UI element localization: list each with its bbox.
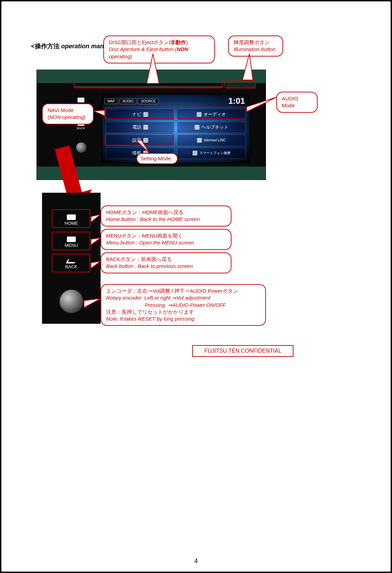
page-number: 4 <box>1 557 391 565</box>
clock: 1:01 <box>228 96 247 106</box>
menu-callout: MENUボタン：MENU画面を開く Menu button : Open the… <box>101 229 231 250</box>
setting-callout: Setting Mode <box>136 153 178 164</box>
encoder-callout: エンコーダ：左右⇒Vol調整 / 押下⇒AUDIO Powerボタン Rotar… <box>101 284 266 326</box>
disc-frame <box>74 81 223 88</box>
en: Home button : Back to the HOME screen <box>106 216 226 223</box>
jp: MENUボタン：MENU画面を開く <box>106 233 183 239</box>
confidential-text: FUJITSU TEN CONFIDENTIAL <box>204 348 281 354</box>
settings-frame <box>105 133 174 145</box>
en: Back button : Back to previous screen <box>106 263 226 270</box>
app-label: 電話 <box>132 124 141 130</box>
text: AUDIO Mode <box>282 96 298 108</box>
app-internavi: internavi LINC <box>177 134 246 146</box>
menu-frame <box>52 232 90 250</box>
jp: BACKボタン：前画面へ戻る <box>106 256 172 262</box>
page: <操作方法 operation manual> HOME MENU BACK M… <box>0 0 392 573</box>
internavi-icon <box>197 138 202 143</box>
back-frame <box>52 254 90 272</box>
jp2: 注意：長押しでリセットがかかります <box>106 309 260 315</box>
home-callout: HOMEボタン：HOME画面へ戻る Home button : Back to … <box>101 205 231 227</box>
en3: Note: It takes RESET by long pressing. <box>106 315 260 322</box>
audio-callout: AUDIO Mode <box>276 92 318 113</box>
navi-callout: NAVI Mode (NON operating) <box>42 103 94 124</box>
tab-source: SOURCE <box>138 98 159 104</box>
en1: Rotary encoder: Left or right ⇒Vol adjus… <box>106 294 260 301</box>
back-callout: BACKボタン：前画面へ戻る Back button : Back to pre… <box>101 252 231 273</box>
app-label: ヘルプネット <box>202 124 228 130</box>
illum-frame <box>225 81 256 88</box>
en: Menu button : Open the MENU screen <box>106 239 226 246</box>
screen-topbar: MAP AUDIO SOURCE 1:01 <box>104 96 247 106</box>
smartphone-icon <box>193 151 197 155</box>
jp: HOMEボタン：HOME画面へ戻る <box>106 209 184 215</box>
side-label: BACK <box>77 127 85 130</box>
app-label: スマートフォン連携 <box>199 151 230 155</box>
confidential-label: FUJITSU TEN CONFIDENTIAL <box>192 345 293 357</box>
en: Illumination button <box>234 46 278 53</box>
app-helpnet: ヘルプネット <box>177 122 246 133</box>
line1: NAVI Mode <box>48 107 74 113</box>
text: Setting Mode <box>141 155 171 161</box>
en2: Pressing ⇒AUDIO Power ON/OFF <box>106 302 260 309</box>
grid-icon <box>78 98 84 102</box>
title-jp: <操作方法 <box>31 43 61 50</box>
navi-frame <box>105 107 174 119</box>
tab-map: MAP <box>104 98 118 104</box>
en: Disc Aperture & Eject button.(NON operat… <box>109 46 209 60</box>
jp: DISC開口部とEjectボタン(非動作) <box>109 39 188 45</box>
home-frame <box>52 209 90 228</box>
phone-icon <box>143 125 148 130</box>
app-smartphone: スマートフォン連携 <box>177 148 246 159</box>
car-icon <box>195 125 199 130</box>
rotary-encoder-knob <box>59 289 83 313</box>
line2: (NON operating) <box>48 114 85 120</box>
jp: 輝度調整ボタン <box>234 39 270 45</box>
jp1: エンコーダ：左右⇒Vol調整 / 押下⇒AUDIO Powerボタン <box>106 288 238 294</box>
tab-audio: AUDIO <box>120 98 137 104</box>
app-phone: 電話 <box>106 122 174 133</box>
audio-frame <box>177 107 246 119</box>
illum-callout: 輝度調整ボタン Illumination button <box>228 36 283 57</box>
app-label: internavi LINC <box>204 138 226 142</box>
disc-callout: DISC開口部とEjectボタン(非動作) Disc Aperture & Ej… <box>103 36 215 63</box>
touchscreen: MAP AUDIO SOURCE 1:01 ナビ オーディオ 電話 ヘルプネット… <box>102 94 250 163</box>
